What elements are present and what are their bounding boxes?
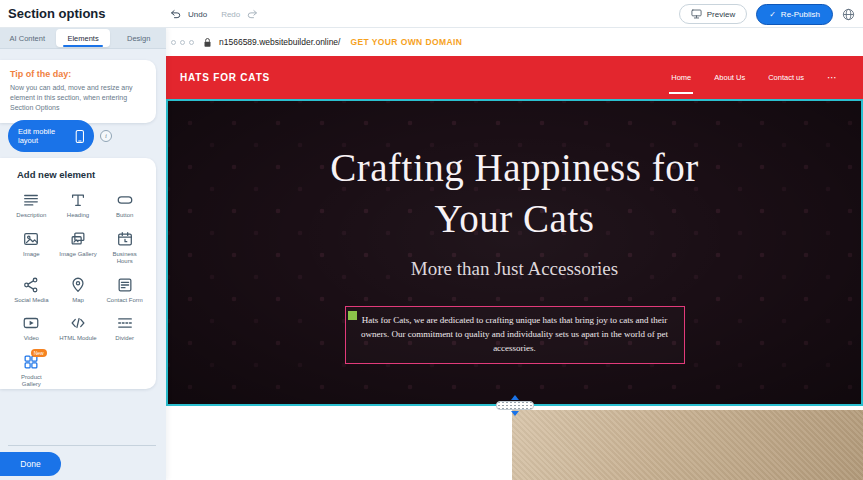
image-icon	[22, 230, 40, 248]
hero-paragraph-selected[interactable]: Hats for Cats, we are dedicated to craft…	[345, 306, 685, 364]
new-badge: New	[31, 349, 47, 357]
element-html-module[interactable]: HTML Module	[55, 307, 102, 346]
done-button[interactable]: Done	[0, 452, 61, 476]
next-section-image[interactable]	[512, 410, 863, 480]
social-media-icon	[22, 276, 40, 294]
element-image[interactable]: Image	[8, 223, 55, 269]
element-divider[interactable]: Divider	[101, 307, 148, 346]
site-logo[interactable]: HATS FOR CATS	[180, 72, 270, 83]
element-label: Description	[16, 212, 46, 220]
tab-design[interactable]: Design	[111, 28, 166, 48]
resize-arrow-down-icon	[511, 411, 519, 416]
tab-ai-content[interactable]: AI Content	[0, 28, 55, 48]
globe-icon[interactable]	[842, 8, 855, 21]
redo-button[interactable]: Redo	[221, 10, 240, 19]
element-label: Button	[116, 212, 133, 220]
edit-mobile-layout-label: Edit mobile layout	[18, 127, 75, 145]
page-title: Section options	[8, 0, 106, 28]
get-domain-link[interactable]: GET YOUR OWN DOMAIN	[350, 37, 462, 47]
browser-dot	[189, 40, 194, 45]
undo-redo-group: Undo Redo	[170, 0, 258, 28]
nav-about-us[interactable]: About Us	[714, 73, 745, 82]
tip-card: Tip of the day: Now you can add, move an…	[0, 60, 156, 123]
nav-contact-us[interactable]: Contact us	[768, 73, 804, 82]
republish-label: Re-Publish	[781, 10, 820, 19]
html-module-icon	[69, 314, 87, 332]
undo-button[interactable]: Undo	[188, 10, 207, 19]
heading-icon	[69, 191, 87, 209]
browser-bar: n1566589.websitebuilder.online/ GET YOUR…	[166, 28, 863, 56]
contact-form-icon	[116, 276, 134, 294]
preview-button[interactable]: Preview	[679, 4, 747, 24]
map-icon	[69, 276, 87, 294]
preview-label: Preview	[707, 10, 735, 19]
site-nav: Home About Us Contact us ⋯	[671, 72, 837, 83]
edit-mobile-layout-button[interactable]: Edit mobile layout	[8, 120, 94, 152]
element-label: Product Gallery	[11, 374, 51, 389]
sidebar-tabs: AI Content Elements Design	[0, 28, 166, 49]
element-label: Contact Form	[106, 297, 142, 305]
resize-grip	[496, 401, 534, 410]
element-button[interactable]: Button	[101, 184, 148, 223]
site-header: HATS FOR CATS Home About Us Contact us ⋯	[166, 56, 863, 99]
business-hours-icon	[116, 230, 134, 248]
element-video[interactable]: Video	[8, 307, 55, 346]
element-heading[interactable]: Heading	[55, 184, 102, 223]
button-icon	[116, 191, 134, 209]
element-grid: Description Heading Button Image Image G…	[0, 184, 156, 389]
info-icon[interactable]: i	[100, 130, 112, 142]
element-contact-form[interactable]: Contact Form	[101, 269, 148, 308]
nav-home[interactable]: Home	[671, 73, 691, 82]
site-url: n1566589.websitebuilder.online/	[219, 37, 340, 47]
element-business-hours[interactable]: Business Hours	[101, 223, 148, 269]
element-map[interactable]: Map	[55, 269, 102, 308]
redo-icon[interactable]	[246, 9, 258, 19]
tip-body: Now you can add, move and resize any ele…	[10, 83, 146, 113]
topbar-actions: Preview ✓ Re-Publish	[679, 0, 855, 28]
browser-dot	[180, 40, 185, 45]
element-label: Business Hours	[105, 251, 145, 266]
hero-section-selected[interactable]: Crafting Happiness for Your Cats More th…	[166, 99, 863, 406]
section-resize-handle[interactable]	[496, 395, 534, 416]
element-label: Heading	[67, 212, 89, 220]
tab-elements[interactable]: Elements	[56, 29, 111, 47]
element-label: Image	[23, 251, 40, 259]
image-gallery-icon	[69, 230, 87, 248]
republish-button[interactable]: ✓ Re-Publish	[756, 4, 833, 25]
element-label: Social Media	[14, 297, 48, 305]
sidebar-divider	[8, 445, 156, 446]
element-label: Video	[24, 335, 39, 343]
resize-arrow-up-icon	[511, 395, 519, 400]
phone-icon	[75, 129, 85, 144]
element-label: Image Gallery	[59, 251, 96, 259]
element-image-gallery[interactable]: Image Gallery	[55, 223, 102, 269]
options-sidebar: AI Content Elements Design Tip of the da…	[0, 28, 166, 480]
element-social-media[interactable]: Social Media	[8, 269, 55, 308]
add-element-title: Add new element	[0, 158, 156, 184]
site-preview: HATS FOR CATS Home About Us Contact us ⋯…	[166, 56, 863, 480]
lock-icon	[203, 37, 212, 48]
app-topbar: Section options Undo Redo Preview ✓ Re-P…	[0, 0, 863, 28]
description-icon	[22, 191, 40, 209]
tip-title: Tip of the day:	[10, 69, 146, 79]
hero-subheading[interactable]: More than Just Accessories	[411, 258, 618, 280]
element-label: Map	[72, 297, 84, 305]
undo-icon[interactable]	[170, 9, 182, 19]
nav-more-icon[interactable]: ⋯	[827, 72, 837, 83]
drag-handle[interactable]	[348, 311, 357, 320]
element-label: HTML Module	[59, 335, 96, 343]
builder-canvas: n1566589.websitebuilder.online/ GET YOUR…	[166, 28, 863, 480]
hero-paragraph-text: Hats for Cats, we are dedicated to craft…	[361, 315, 668, 353]
element-label: Divider	[115, 335, 134, 343]
video-icon	[22, 314, 40, 332]
hero-heading[interactable]: Crafting Happiness for Your Cats	[300, 143, 730, 244]
browser-dot	[171, 40, 176, 45]
add-element-panel: Add new element Description Heading Butt…	[0, 158, 156, 389]
element-description[interactable]: Description	[8, 184, 55, 223]
check-icon: ✓	[769, 10, 776, 19]
monitor-icon	[691, 9, 702, 19]
element-product-gallery[interactable]: New Product Gallery	[8, 346, 55, 390]
divider-icon	[116, 314, 134, 332]
